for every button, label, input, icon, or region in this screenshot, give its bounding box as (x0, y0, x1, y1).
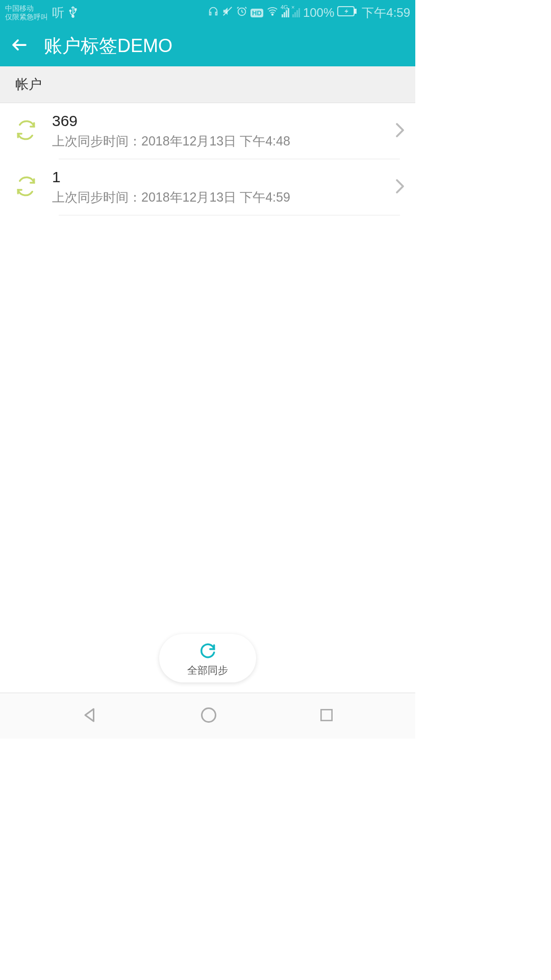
account-name: 1 (52, 168, 380, 186)
carrier-label: 中国移动 (5, 4, 48, 13)
sync-icon (15, 119, 37, 143)
signal-4g-icon: 4G (282, 8, 289, 17)
status-right: HD 4G × 100% 下午4:59 (208, 5, 410, 21)
svg-point-8 (202, 708, 215, 722)
chevron-right-icon (395, 179, 405, 196)
usb-icon (68, 6, 78, 20)
svg-point-5 (272, 14, 273, 15)
accounts-list: 369 上次同步时间：2018年12月13日 下午4:48 1 上次同步时间：2… (0, 103, 415, 215)
item-content: 1 上次同步时间：2018年12月13日 下午4:59 (52, 168, 380, 206)
nav-back-icon[interactable] (81, 706, 99, 726)
svg-point-0 (70, 10, 71, 12)
chevron-right-icon (395, 122, 405, 140)
account-subtitle: 上次同步时间：2018年12月13日 下午4:48 (52, 133, 380, 150)
account-item[interactable]: 1 上次同步时间：2018年12月13日 下午4:59 (0, 159, 415, 215)
listen-icon: 听 (52, 5, 64, 21)
emergency-label: 仅限紧急呼叫 (5, 13, 48, 21)
svg-rect-9 (321, 709, 332, 720)
mute-icon (222, 6, 233, 20)
battery-icon (337, 6, 357, 19)
sync-all-label: 全部同步 (187, 664, 228, 677)
sync-all-icon (198, 641, 217, 663)
signal-no-icon: × (292, 8, 300, 17)
sync-icon (15, 176, 37, 199)
svg-rect-1 (75, 9, 77, 10)
wifi-icon (266, 6, 279, 20)
sync-all-button[interactable]: 全部同步 (159, 634, 256, 682)
alarm-icon (236, 6, 247, 20)
section-header: 帐户 (0, 66, 415, 103)
status-time: 下午4:59 (362, 5, 410, 21)
battery-percent: 100% (303, 6, 334, 20)
svg-rect-7 (355, 9, 356, 13)
item-content: 369 上次同步时间：2018年12月13日 下午4:48 (52, 112, 380, 150)
app-bar: 账户标签DEMO (0, 26, 415, 66)
nav-recent-icon[interactable] (318, 707, 335, 725)
account-name: 369 (52, 112, 380, 130)
nav-bar (0, 693, 415, 739)
svg-point-2 (72, 15, 74, 17)
back-arrow-icon[interactable] (10, 36, 29, 56)
status-left: 中国移动 仅限紧急呼叫 听 (5, 4, 78, 21)
divider (59, 215, 400, 215)
account-subtitle: 上次同步时间：2018年12月13日 下午4:59 (52, 189, 380, 206)
headphones-icon (208, 6, 219, 20)
app-title: 账户标签DEMO (44, 34, 172, 59)
hd-icon: HD (251, 9, 263, 17)
account-item[interactable]: 369 上次同步时间：2018年12月13日 下午4:48 (0, 103, 415, 159)
status-bar: 中国移动 仅限紧急呼叫 听 HD (0, 0, 415, 26)
nav-home-icon[interactable] (199, 706, 218, 726)
